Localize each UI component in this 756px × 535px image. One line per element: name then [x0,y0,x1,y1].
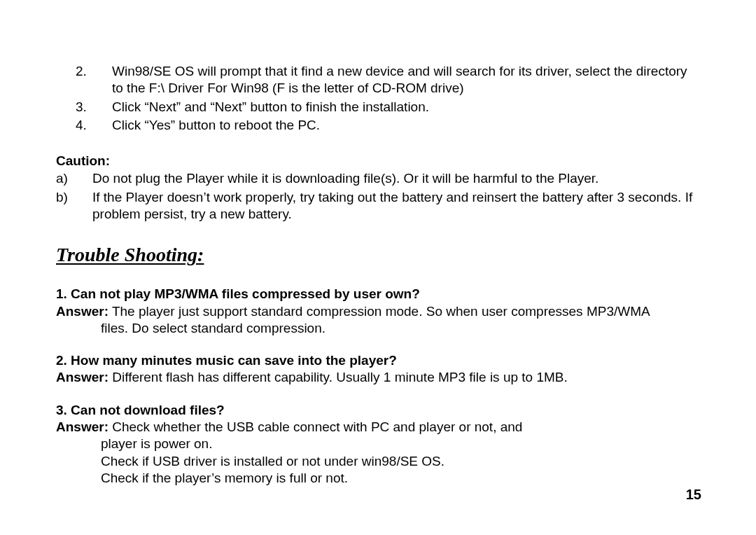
qa-question: 2. How many minutes music can save into … [56,352,700,369]
qa-item: 2. How many minutes music can save into … [56,352,700,387]
qa-answer-line: Check if USB driver is installed or not … [56,453,700,470]
page-number: 15 [686,487,701,503]
qa-item: 1. Can not play MP3/WMA files compressed… [56,286,700,337]
qa-answer-line: player is power on. [56,436,700,452]
answer-label: Answer: [56,370,108,384]
list-number: 2. [56,63,112,97]
list-letter: b) [56,189,92,223]
qa-answer-line: Check if the player’s memory is full or … [56,470,700,487]
list-text: If the Player doesn’t work properly, try… [92,189,700,223]
answer-text: The player just support standard compres… [108,304,650,319]
list-item: a) Do not plug the Player while it is do… [56,170,700,187]
answer-label: Answer: [56,419,108,434]
list-item: b) If the Player doesn’t work properly, … [56,189,700,223]
list-item: 4. Click “Yes” button to reboot the PC. [56,117,700,134]
qa-answer-line: Answer: Different flash has different ca… [56,369,700,386]
section-title: Trouble Shooting: [56,244,700,266]
list-text: Win98/SE OS will prompt that it find a n… [112,63,700,97]
answer-text: Different flash has different capability… [108,370,568,384]
answer-text: Check whether the USB cable connect with… [108,419,522,434]
list-text: Click “Yes” button to reboot the PC. [112,117,700,134]
caution-heading: Caution: [56,153,700,169]
list-number: 4. [56,117,112,134]
answer-label: Answer: [56,304,108,319]
list-text: Do not plug the Player while it is downl… [92,170,700,187]
qa-question: 1. Can not play MP3/WMA files compressed… [56,286,700,303]
document-page: 2. Win98/SE OS will prompt that it find … [0,0,756,535]
list-number: 3. [56,99,112,116]
list-letter: a) [56,170,92,187]
qa-answer-line: files. Do select standard compression. [56,320,700,337]
list-text: Click “Next” and “Next” button to finish… [112,99,700,116]
qa-item: 3. Can not download files? Answer: Check… [56,402,700,487]
qa-question: 3. Can not download files? [56,402,700,419]
list-item: 3. Click “Next” and “Next” button to fin… [56,99,700,116]
list-item: 2. Win98/SE OS will prompt that it find … [56,63,700,97]
qa-answer-line: Answer: The player just support standard… [56,303,700,320]
qa-answer-line: Answer: Check whether the USB cable conn… [56,419,700,436]
